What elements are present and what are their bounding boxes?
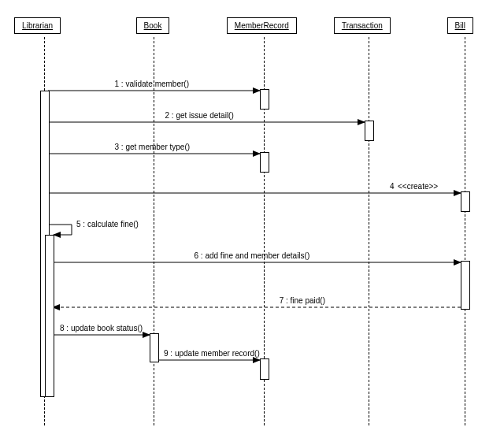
lifeline-head-book: Book [136, 17, 170, 34]
sequence-diagram: LibrarianBookMemberRecordTransactionBill… [0, 0, 504, 441]
message-label-9: 9 : update member record() [164, 349, 260, 358]
activation-memberrecord-3 [260, 152, 269, 173]
activation-transaction-2 [365, 121, 374, 141]
activation-memberrecord-1 [260, 89, 269, 110]
lifeline-book [154, 37, 154, 425]
lifeline-label: Transaction [342, 21, 383, 30]
message-label-5: 5 : calculate fine() [76, 220, 139, 228]
message-label-1: 1 : validate member() [115, 80, 189, 88]
activation-bill-6 [461, 261, 470, 310]
lifeline-label: Book [144, 21, 162, 30]
lifeline-head-bill: Bill [447, 17, 473, 34]
lifeline-head-librarian: Librarian [14, 17, 61, 34]
activation-bill-4 [461, 191, 470, 212]
lifeline-label: MemberRecord [235, 21, 289, 30]
lifeline-head-memberrecord: MemberRecord [227, 17, 297, 34]
arrows-layer [0, 0, 504, 441]
lifeline-bill [465, 37, 465, 425]
message-num-4: 4 [390, 182, 395, 191]
activation-librarian-nested [45, 235, 54, 397]
lifeline-label: Librarian [22, 21, 53, 30]
message-label-8: 8 : update book status() [60, 324, 143, 332]
activation-memberrecord-9 [260, 358, 269, 380]
lifeline-head-transaction: Transaction [334, 17, 391, 34]
message-label-2: 2 : get issue detail() [165, 111, 234, 120]
message-label-7: 7 : fine paid() [280, 296, 325, 305]
message-label-6: 6 : add fine and member details() [195, 251, 310, 260]
lifeline-label: Bill [455, 21, 465, 30]
activation-book-8 [150, 333, 159, 362]
message-label-4: <<create>> [398, 182, 438, 191]
lifeline-transaction [369, 37, 369, 425]
message-label-3: 3 : get member type() [115, 143, 191, 151]
